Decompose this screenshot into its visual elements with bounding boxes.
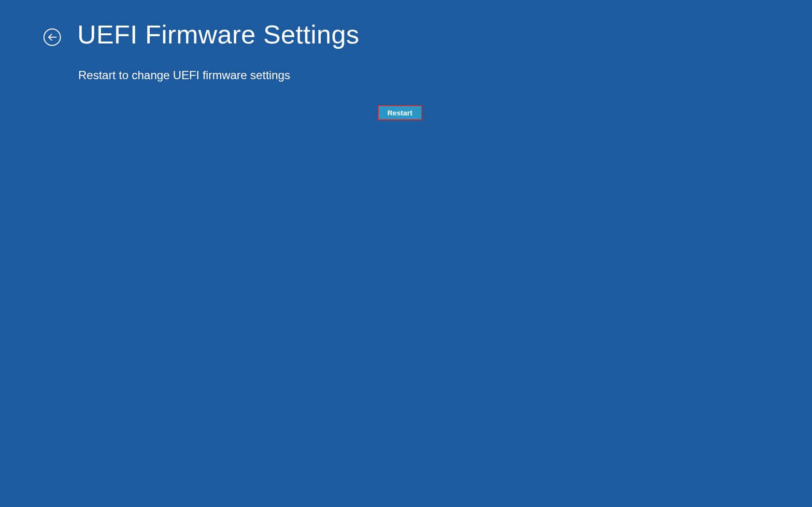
- restart-button[interactable]: Restart: [378, 105, 422, 120]
- back-arrow-icon: [47, 32, 57, 42]
- description-text: Restart to change UEFI firmware settings: [78, 69, 290, 82]
- page-title: UEFI Firmware Settings: [77, 19, 359, 49]
- header-row: UEFI Firmware Settings: [43, 19, 359, 49]
- back-button[interactable]: [43, 28, 61, 46]
